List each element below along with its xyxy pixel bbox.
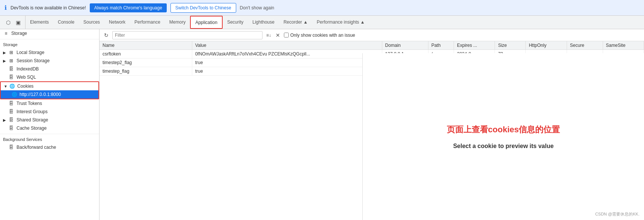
cache-storage-label: Cache Storage <box>17 126 47 131</box>
sidebar-item-web-sql[interactable]: 🗄 Web SQL <box>0 73 99 81</box>
table-cell: 0fNOmAWJaskARftLn7oIVxh4CEvu PZCEMlsKzQG… <box>192 50 382 58</box>
table-cell: true <box>192 58 382 67</box>
tab-network[interactable]: Network <box>104 16 130 29</box>
info-bar: ℹ DevTools is now available in Chinese! … <box>0 0 644 16</box>
toolbar: ↻ ≡↓ ✕ Only show cookies with an issue <box>100 29 644 41</box>
dock-icon[interactable]: ▣ <box>14 19 22 26</box>
preview-english-text: Select a cookie to preview its value <box>453 143 554 150</box>
session-storage-arrow: ▶ <box>3 59 8 63</box>
info-text: DevTools is now available in Chinese! <box>11 5 86 10</box>
back-forward-label: Back/forward cache <box>17 145 56 150</box>
session-storage-icon: ⊞ <box>8 58 14 64</box>
tab-security[interactable]: Security <box>223 16 248 29</box>
preview-chinese-text: 页面上查看cookies信息的位置 <box>447 124 560 135</box>
tab-application[interactable]: Application <box>190 16 223 29</box>
col-header-httponly[interactable]: HttpOnly <box>526 41 567 50</box>
cookies-url-label: http://127.0.0.1:8000 <box>20 92 61 97</box>
issue-filter-checkbox[interactable] <box>284 33 289 37</box>
indexeddb-icon: 🗄 <box>8 66 14 72</box>
col-header-path[interactable]: Path <box>428 41 454 50</box>
web-sql-icon: 🗄 <box>8 74 14 80</box>
sidebar-storage-label: Storage <box>11 31 27 36</box>
sidebar-item-trust-tokens[interactable]: 🗄 Trust Tokens <box>0 99 99 108</box>
shared-storage-icon: 🗄 <box>8 117 14 123</box>
shared-storage-arrow: ▶ <box>3 118 8 122</box>
toolbar-icon-group: ≡↓ ✕ <box>265 31 282 39</box>
clear-filter-icon[interactable]: ✕ <box>274 31 282 39</box>
sidebar-item-session-storage[interactable]: ▶ ⊞ Session Storage <box>0 57 99 65</box>
cookies-url-icon: 🌐 <box>11 91 17 97</box>
col-header-name[interactable]: Name <box>100 41 192 50</box>
main-layout: ≡ Storage Storage ▶ ⊞ Local Storage ▶ ⊞ … <box>0 29 644 220</box>
tab-sources[interactable]: Sources <box>79 16 104 29</box>
col-header-expires[interactable]: Expires ... <box>454 41 495 50</box>
tab-console[interactable]: Console <box>53 16 79 29</box>
preview-panel: 页面上查看cookies信息的位置 Select a cookie to pre… <box>362 53 644 220</box>
table-cell: true <box>192 67 382 76</box>
local-storage-icon: ⊞ <box>8 49 14 55</box>
refresh-button[interactable]: ↻ <box>103 31 110 39</box>
back-icon[interactable]: ⬡ <box>5 19 12 26</box>
tab-performance[interactable]: Performance <box>130 16 165 29</box>
col-header-domain[interactable]: Domain <box>382 41 428 50</box>
local-storage-arrow: ▶ <box>3 51 8 55</box>
table-cell: timestep_flag <box>100 67 192 76</box>
indexeddb-label: IndexedDB <box>17 66 39 72</box>
col-header-size[interactable]: Size <box>495 41 526 50</box>
info-icon: ℹ <box>5 4 7 11</box>
issue-filter-label[interactable]: Only show cookies with an issue <box>284 33 355 38</box>
tab-lighthouse[interactable]: Lighthouse <box>248 16 279 29</box>
tab-performance-insights[interactable]: Performance insights ▲ <box>312 16 370 29</box>
cookies-section: ▼ 🌐 Cookies 🌐 http://127.0.0.1:8000 <box>0 81 99 99</box>
sidebar-item-cache-storage[interactable]: 🗄 Cache Storage <box>0 124 99 132</box>
tab-memory[interactable]: Memory <box>165 16 190 29</box>
table-container: Name Value Domain Path Expires ... Size … <box>100 41 644 220</box>
interest-groups-icon: 🗄 <box>8 109 14 115</box>
col-header-value[interactable]: Value <box>192 41 382 50</box>
sidebar-item-shared-storage[interactable]: ▶ 🗄 Shared Storage <box>0 116 99 124</box>
web-sql-label: Web SQL <box>17 75 36 80</box>
interest-groups-label: Interest Groups <box>17 109 48 114</box>
bg-section-label: Background Services <box>0 136 99 143</box>
sidebar-storage-header: ≡ Storage <box>0 29 99 37</box>
col-header-secure[interactable]: Secure <box>567 41 603 50</box>
cookies-icon: 🌐 <box>9 83 15 89</box>
watermark: CSDN @需要休息的KK. <box>595 211 639 217</box>
tab-icon-group: ⬡ ▣ <box>2 16 26 29</box>
sidebar-item-cookies[interactable]: ▼ 🌐 Cookies <box>1 82 98 90</box>
storage-header-icon: ≡ <box>3 30 9 36</box>
storage-section-label: Storage <box>0 41 99 48</box>
switch-devtools-button[interactable]: Switch DevTools to Chinese <box>170 3 236 13</box>
filter-input[interactable] <box>112 31 262 39</box>
sidebar-item-local-storage[interactable]: ▶ ⊞ Local Storage <box>0 48 99 57</box>
sidebar: ≡ Storage Storage ▶ ⊞ Local Storage ▶ ⊞ … <box>0 29 100 220</box>
sidebar-item-interest-groups[interactable]: 🗄 Interest Groups <box>0 108 99 116</box>
col-header-samesite[interactable]: SameSite <box>603 41 644 50</box>
trust-tokens-label: Trust Tokens <box>17 101 42 106</box>
match-language-button[interactable]: Always match Chrome's language <box>90 3 167 12</box>
shared-storage-label: Shared Storage <box>17 117 48 123</box>
tabs-bar: ⬡ ▣ Elements Console Sources Network Per… <box>0 16 644 29</box>
tab-recorder[interactable]: Recorder ▲ <box>279 16 312 29</box>
trust-tokens-icon: 🗄 <box>8 100 14 106</box>
cookies-arrow: ▼ <box>4 84 9 88</box>
sidebar-item-indexeddb[interactable]: 🗄 IndexedDB <box>0 65 99 73</box>
cookies-label: Cookies <box>17 84 33 89</box>
back-forward-icon: 🗄 <box>8 144 14 150</box>
cache-storage-icon: 🗄 <box>8 125 14 131</box>
issue-filter-text: Only show cookies with an issue <box>290 33 355 38</box>
sidebar-item-cookies-url[interactable]: 🌐 http://127.0.0.1:8000 <box>1 90 98 99</box>
content-area: ↻ ≡↓ ✕ Only show cookies with an issue <box>100 29 644 220</box>
table-cell: csrftoken <box>100 50 192 58</box>
local-storage-label: Local Storage <box>17 50 44 55</box>
sidebar-item-back-forward-cache[interactable]: 🗄 Back/forward cache <box>0 143 99 151</box>
table-cell: timestep2_flag <box>100 58 192 67</box>
dont-show-link[interactable]: Don't show again <box>240 5 274 10</box>
tab-elements[interactable]: Elements <box>26 16 53 29</box>
filter-settings-icon[interactable]: ≡↓ <box>265 32 273 39</box>
session-storage-label: Session Storage <box>17 58 50 63</box>
